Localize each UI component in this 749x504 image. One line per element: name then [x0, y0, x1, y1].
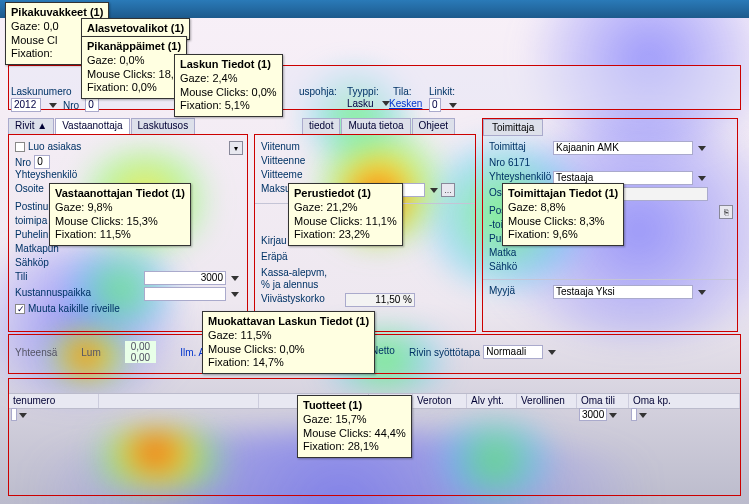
tip-muokattavan-laskun: Muokattavan Laskun Tiedot (1) Gaze: 11,5… [202, 311, 375, 374]
checkbox-luo-asiakas[interactable] [15, 142, 25, 152]
tab-row: Rivit ▲ Vastaanottaja Laskutusos [8, 118, 195, 134]
uspohja-label: uspohja: [299, 86, 337, 97]
yhteensa-label: Yhteensä [15, 347, 57, 358]
tip-perustiedot: Perustiedot (1) Gaze: 21,2% Mouse Clicks… [288, 183, 403, 246]
tip-toimittajan-tiedot: Toimittajan Tiedot (1) Gaze: 8,8% Mouse … [502, 183, 624, 246]
kustannuspaikka-input[interactable] [144, 287, 226, 301]
nro-value[interactable]: 0 [34, 155, 50, 169]
viivastyskorko-label: Viivästyskorko [261, 293, 325, 304]
tab-rivit[interactable]: Rivit ▲ [8, 118, 54, 134]
luo-asiakas-label: Luo asiakas [28, 141, 81, 152]
tab-ohjeet[interactable]: Ohjeet [412, 118, 455, 134]
tab-tiedot[interactable]: tiedot [302, 118, 340, 134]
nro-label: Nro [15, 157, 31, 168]
kustannuspaikka-label: Kustannuspaikka [15, 287, 91, 298]
chevron-down-icon[interactable] [698, 146, 706, 151]
chevron-down-icon[interactable] [231, 292, 239, 297]
year-field[interactable]: 2012 [11, 98, 41, 112]
maksuehto-button[interactable]: … [441, 183, 455, 197]
puhelin-label: Puhelin [15, 229, 48, 240]
col-verollinen: Verollinen [517, 394, 577, 408]
kassa-ale-label: Kassa-alepvm, [261, 267, 327, 278]
tip-vastaanottajan-tiedot: Vastaanottajan Tiedot (1) Gaze: 9,8% Mou… [49, 183, 191, 246]
chevron-down-icon[interactable] [430, 188, 438, 193]
tip-tuotteet: Tuotteet (1) Gaze: 15,7% Mouse Clicks: 4… [297, 395, 412, 458]
sahkoposti-label: Sähköp [15, 257, 49, 268]
syottotapa-input[interactable]: Normaali [483, 345, 543, 359]
col-alvyht: Alv yht. [467, 394, 517, 408]
tip-laskun-tiedot: Laskun Tiedot (1) Gaze: 2,4% Mouse Click… [174, 54, 283, 117]
toimittaja-label: Toimittaj [489, 141, 526, 152]
nro-field[interactable]: 0 [85, 98, 99, 112]
nro-label: Nro [63, 100, 79, 111]
viivastyskorko-input[interactable]: 11,50 % [345, 293, 415, 307]
osoite-label: Osoite [15, 183, 44, 194]
panel-menu-button[interactable]: ▾ [229, 141, 243, 155]
yhteyshenkilo-label: Yhteyshenkilö [15, 169, 77, 180]
lum-label: Lum [81, 347, 100, 358]
tila-value[interactable]: Kesken [389, 98, 422, 109]
chevron-down-icon[interactable] [231, 276, 239, 281]
rivin-syottotapa-label: Rivin syöttötapa [409, 347, 480, 358]
total2-value: 0,00 [125, 352, 156, 363]
viitteenne-label: Viitteenne [261, 155, 305, 166]
tab-toimittaja[interactable]: Toimittaja [483, 119, 543, 136]
viitteemme-label: Viitteeme [261, 169, 303, 180]
kirjaus-label: Kirjau [261, 235, 287, 246]
window-titlebar [0, 0, 749, 18]
tab-vastaanottaja[interactable]: Vastaanottaja [55, 118, 129, 134]
tab-muuta[interactable]: Muuta tietoa [341, 118, 410, 134]
col-omatili: Oma tili [577, 394, 629, 408]
toim-nro-label: Nro 6171 [489, 157, 530, 168]
linkit-value[interactable]: 0 [429, 98, 441, 112]
col-veroton: Veroton [413, 394, 467, 408]
chevron-down-icon[interactable] [49, 103, 57, 108]
totals-row: Yhteensä Lum 0,00 0,00 Ilm. Alv [15, 341, 212, 363]
checkbox-muuta-kaikille[interactable] [15, 304, 25, 314]
col-omakp: Oma kp. [629, 394, 740, 408]
tila-label: Tila: [393, 86, 412, 97]
chevron-down-icon[interactable] [698, 176, 706, 181]
toimittaja-input[interactable]: Kajaanin AMK [553, 141, 693, 155]
myyja-label: Myyjä [489, 285, 515, 296]
myyja-input[interactable]: Testaaja Yksi [553, 285, 693, 299]
toimip-label: toimipa [15, 215, 47, 226]
lasknum-label: Laskunumero [11, 86, 72, 97]
tili-input[interactable]: 3000 [144, 271, 226, 285]
copy-button[interactable]: ⎘ [719, 205, 733, 219]
muuta-kaikille-label: Muuta kaikille riveille [28, 303, 120, 314]
total1-value: 0,00 [125, 341, 156, 352]
tyyppi-label: Tyyppi: [347, 86, 379, 97]
chevron-down-icon[interactable] [698, 290, 706, 295]
tili-label: Tili [15, 271, 27, 282]
toim-matk-label: Matka [489, 247, 516, 258]
toim-sahk-label: Sähkö [489, 261, 517, 272]
tab-laskutusos[interactable]: Laskutusos [131, 118, 196, 134]
erapaiva-label: Eräpä [261, 251, 288, 262]
linkit-label: Linkit: [429, 86, 455, 97]
tip-pikanappaimet: Pikanäppäimet (1) Gaze: 0,0% Mouse Click… [81, 36, 187, 99]
chevron-down-icon[interactable] [548, 350, 556, 355]
chevron-down-icon[interactable] [449, 103, 457, 108]
tyyppi-value: Lasku [347, 98, 374, 109]
col-tenumero: tenumero [9, 394, 99, 408]
pros-alennus-label: % ja alennus [261, 279, 318, 290]
toim-yht-label: Yhteyshenkilö [489, 171, 551, 182]
viitenumero-label: Viitenum [261, 141, 300, 152]
